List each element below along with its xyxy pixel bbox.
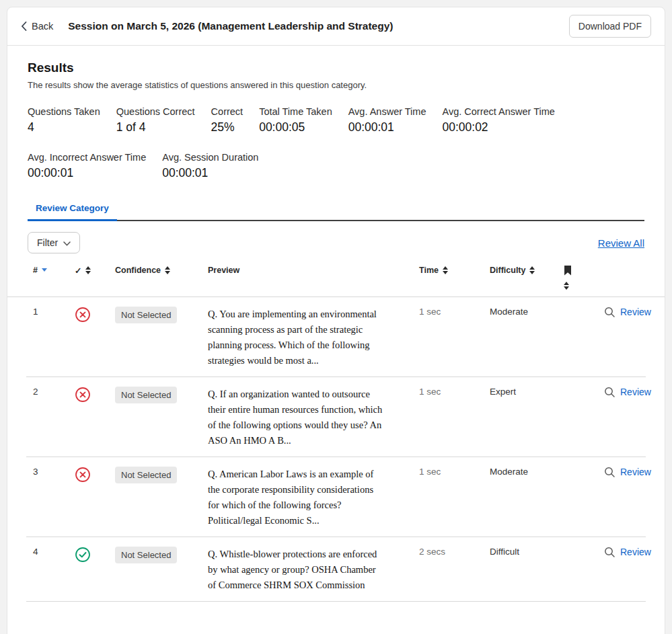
column-header-actions bbox=[597, 266, 646, 290]
review-action[interactable]: Review bbox=[597, 544, 651, 593]
tab-review-category[interactable]: Review Category bbox=[28, 203, 117, 221]
stat-label: Avg. Session Duration bbox=[162, 152, 258, 163]
time-cell: 2 secs bbox=[412, 544, 483, 593]
magnifier-icon bbox=[604, 467, 615, 480]
stat-item: Questions Correct1 of 4 bbox=[116, 106, 195, 134]
time-cell: 1 sec bbox=[412, 464, 483, 528]
stat-label: Avg. Incorrect Answer Time bbox=[28, 152, 146, 163]
sort-icon bbox=[165, 266, 170, 274]
table-row: 3 Not Selected Q. American Labor Laws is… bbox=[7, 457, 665, 537]
review-link[interactable]: Review bbox=[620, 387, 651, 397]
download-pdf-button[interactable]: Download PDF bbox=[569, 15, 651, 38]
difficulty-cell: Expert bbox=[483, 384, 557, 448]
results-heading: Results bbox=[28, 61, 644, 75]
back-button[interactable]: Back bbox=[21, 21, 53, 32]
column-header-preview: Preview bbox=[201, 266, 412, 290]
tab-bar: Review Category bbox=[28, 203, 644, 221]
stat-label: Avg. Answer Time bbox=[348, 106, 426, 117]
results-subtitle: The results show the average statistics … bbox=[28, 80, 644, 90]
stats-row: Questions Taken4Questions Correct1 of 4C… bbox=[28, 106, 644, 180]
question-preview: Q. If an organization wanted to outsourc… bbox=[201, 384, 398, 448]
sort-icon bbox=[564, 282, 569, 290]
review-link[interactable]: Review bbox=[620, 547, 651, 557]
stat-item: Avg. Session Duration00:00:01 bbox=[162, 152, 258, 180]
bookmark-cell bbox=[557, 304, 597, 368]
stat-value: 25% bbox=[211, 120, 244, 134]
chevron-down-icon bbox=[63, 237, 71, 248]
difficulty-cell: Moderate bbox=[483, 464, 557, 528]
confidence-cell: Not Selected bbox=[108, 544, 201, 593]
column-header-number[interactable]: # bbox=[26, 266, 68, 290]
stat-item: Correct25% bbox=[211, 106, 244, 134]
magnifier-icon bbox=[604, 547, 615, 560]
row-number: 3 bbox=[26, 464, 68, 528]
bookmark-cell bbox=[557, 544, 597, 593]
row-number: 4 bbox=[26, 544, 68, 593]
question-preview: Q. You are implementing an environmental… bbox=[201, 304, 398, 368]
confidence-badge: Not Selected bbox=[115, 387, 177, 403]
sort-icon bbox=[85, 266, 91, 274]
x-circle-icon bbox=[75, 387, 108, 403]
confidence-badge: Not Selected bbox=[115, 467, 177, 483]
review-action[interactable]: Review bbox=[597, 384, 651, 448]
table-row: 4 Not Selected Q. Whistle-blower protect… bbox=[7, 537, 665, 602]
page-title: Session on March 5, 2026 (Management Lea… bbox=[68, 20, 569, 32]
chevron-left-icon bbox=[21, 22, 27, 31]
x-circle-icon bbox=[75, 467, 108, 483]
stat-label: Correct bbox=[211, 106, 244, 117]
stat-label: Avg. Correct Answer Time bbox=[442, 106, 554, 117]
review-all-link[interactable]: Review All bbox=[598, 237, 644, 249]
row-number: 1 bbox=[26, 304, 68, 368]
column-header-correct[interactable]: ✓ bbox=[68, 266, 108, 290]
stat-value: 00:00:01 bbox=[28, 166, 146, 180]
confidence-cell: Not Selected bbox=[108, 304, 201, 368]
column-header-time[interactable]: Time bbox=[412, 266, 483, 290]
confidence-badge: Not Selected bbox=[115, 547, 177, 563]
sort-desc-icon bbox=[42, 268, 47, 272]
stat-value: 00:00:05 bbox=[259, 120, 332, 134]
stat-label: Questions Taken bbox=[28, 106, 100, 117]
magnifier-icon bbox=[604, 307, 615, 320]
review-link[interactable]: Review bbox=[620, 467, 651, 477]
filter-button[interactable]: Filter bbox=[28, 232, 80, 253]
bookmark-cell bbox=[557, 464, 597, 528]
review-action[interactable]: Review bbox=[597, 304, 651, 368]
review-action[interactable]: Review bbox=[597, 464, 651, 528]
review-link[interactable]: Review bbox=[620, 307, 651, 317]
filter-label: Filter bbox=[37, 237, 58, 248]
table-toolbar: Filter Review All bbox=[7, 221, 665, 253]
stat-item: Avg. Correct Answer Time00:00:02 bbox=[442, 106, 554, 134]
sort-icon bbox=[529, 266, 535, 274]
stat-label: Questions Correct bbox=[116, 106, 195, 117]
confidence-badge: Not Selected bbox=[115, 307, 177, 323]
topbar: Back Session on March 5, 2026 (Managemen… bbox=[7, 7, 665, 46]
results-section: Results The results show the average sta… bbox=[7, 46, 665, 180]
time-cell: 1 sec bbox=[412, 384, 483, 448]
sort-icon bbox=[443, 266, 448, 274]
stat-value: 1 of 4 bbox=[116, 120, 195, 134]
table-row: 1 Not Selected Q. You are implementing a… bbox=[7, 297, 665, 377]
stat-item: Avg. Incorrect Answer Time00:00:01 bbox=[28, 152, 146, 180]
x-circle-icon bbox=[75, 307, 108, 323]
stat-value: 00:00:02 bbox=[442, 120, 554, 134]
stat-item: Avg. Answer Time00:00:01 bbox=[348, 106, 426, 134]
difficulty-cell: Moderate bbox=[483, 304, 557, 368]
magnifier-icon bbox=[604, 387, 615, 400]
column-header-confidence[interactable]: Confidence bbox=[108, 266, 201, 290]
column-header-difficulty[interactable]: Difficulty bbox=[483, 266, 557, 290]
stat-item: Total Time Taken00:00:05 bbox=[259, 106, 332, 134]
result-icon-slot bbox=[68, 464, 108, 528]
question-preview: Q. American Labor Laws is an example of … bbox=[201, 464, 398, 528]
time-cell: 1 sec bbox=[412, 304, 483, 368]
result-icon-slot bbox=[68, 544, 108, 593]
check-circle-icon bbox=[75, 547, 108, 563]
stat-value: 4 bbox=[28, 120, 100, 134]
stat-label: Total Time Taken bbox=[259, 106, 332, 117]
result-icon-slot bbox=[68, 384, 108, 448]
stat-value: 00:00:01 bbox=[162, 166, 258, 180]
table-row: 2 Not Selected Q. If an organization wan… bbox=[7, 377, 665, 457]
difficulty-cell: Difficult bbox=[483, 544, 557, 593]
confidence-cell: Not Selected bbox=[108, 464, 201, 528]
column-header-bookmark[interactable] bbox=[557, 266, 597, 290]
bookmark-icon bbox=[564, 266, 572, 278]
